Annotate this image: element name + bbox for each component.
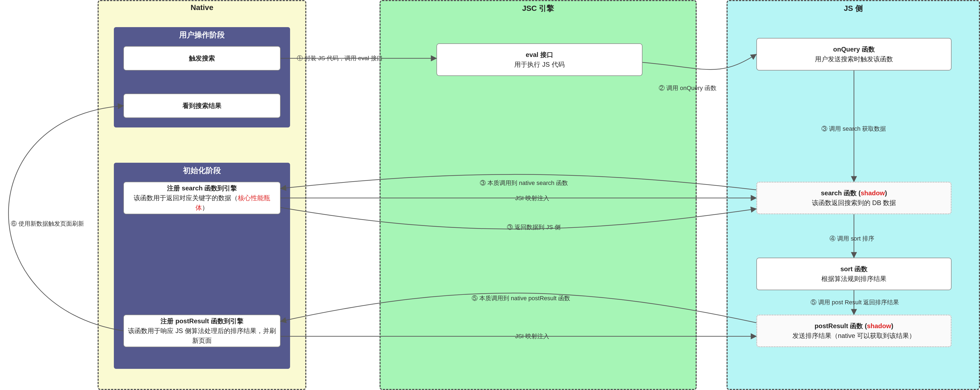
lane-jsc-title: JSC 引擎 [380, 3, 695, 14]
lane-native-title: Native [99, 3, 305, 12]
edge-label-4: ④ 调用 sort 排序 [830, 235, 874, 243]
edge-label-2: ② 调用 onQuery 函数 [659, 84, 716, 92]
node-sort-desc: 根据算法规则排序结果 [821, 274, 886, 284]
node-eval-label: eval 接口 [526, 50, 553, 60]
node-sort-label: sort 函数 [840, 264, 867, 274]
node-search-shadow-desc: 该函数返回搜索到的 DB 数据 [812, 198, 896, 208]
node-register-postresult: 注册 postResult 函数到引擎 该函数用于响应 JS 侧算法处理后的排序… [123, 315, 281, 347]
node-postresult-shadow: postResult 函数 (shadow) 发送排序结果（native 可以获… [756, 315, 951, 347]
edge-label-1: ① 封装 JS 代码，调用 eval 接口 [297, 54, 383, 62]
edge-label-5: ⑤ 调用 post Result 返回排序结果 [811, 298, 899, 306]
node-sort: sort 函数 根据算法规则排序结果 [756, 258, 951, 290]
node-register-search-desc: 该函数用于返回对应关键字的数据（核心性能瓶体） [128, 193, 276, 213]
node-search-shadow-label: search 函数 (shadow) [821, 188, 887, 198]
node-search-shadow: search 函数 (shadow) 该函数返回搜索到的 DB 数据 [756, 182, 951, 214]
node-eval-desc: 用于执行 JS 代码 [514, 60, 565, 69]
group-user-title: 用户操作阶段 [114, 30, 290, 40]
node-postresult-shadow-label: postResult 函数 (shadow) [815, 321, 894, 331]
node-register-postresult-desc: 该函数用于响应 JS 侧算法处理后的排序结果，并刷新页面 [128, 326, 276, 345]
edge-label-6: ⑥ 使用新数据触发页面刷新 [11, 220, 84, 228]
edge-label-5a: ⑤ 本质调用到 native postResult 函数 [472, 294, 570, 302]
node-onquery: onQuery 函数 用户发送搜索时触发该函数 [756, 38, 951, 70]
lane-js-title: JS 侧 [728, 3, 979, 14]
node-trigger-search: 触发搜索 [123, 46, 281, 70]
edge-label-3b: ③ 返回数据到 JS 侧 [507, 223, 561, 231]
node-onquery-desc: 用户发送搜索时触发该函数 [815, 54, 893, 64]
node-postresult-shadow-desc: 发送排序结果（native 可以获取到该结果） [792, 331, 916, 341]
node-eval: eval 接口 用于执行 JS 代码 [436, 43, 643, 76]
node-trigger-search-label: 触发搜索 [189, 53, 215, 63]
group-init-title: 初始化阶段 [114, 166, 290, 176]
node-register-search: 注册 search 函数到引擎 该函数用于返回对应关键字的数据（核心性能瓶体） [123, 182, 281, 214]
node-see-result-label: 看到搜索结果 [183, 101, 221, 111]
node-see-result: 看到搜索结果 [123, 94, 281, 118]
node-register-postresult-label: 注册 postResult 函数到引擎 [161, 316, 243, 326]
node-register-search-label: 注册 search 函数到引擎 [167, 183, 237, 193]
edge-label-jsi1: JSI 映射注入 [515, 194, 549, 202]
edge-label-jsi2: JSI 映射注入 [515, 332, 549, 341]
node-onquery-label: onQuery 函数 [833, 45, 875, 54]
edge-label-3a: ③ 本质调用到 native search 函数 [480, 179, 568, 187]
diagram-canvas: Native JSC 引擎 JS 侧 用户操作阶段 初始化阶段 触发搜索 看到搜… [0, 0, 980, 390]
edge-label-3: ③ 调用 search 获取数据 [821, 125, 886, 133]
